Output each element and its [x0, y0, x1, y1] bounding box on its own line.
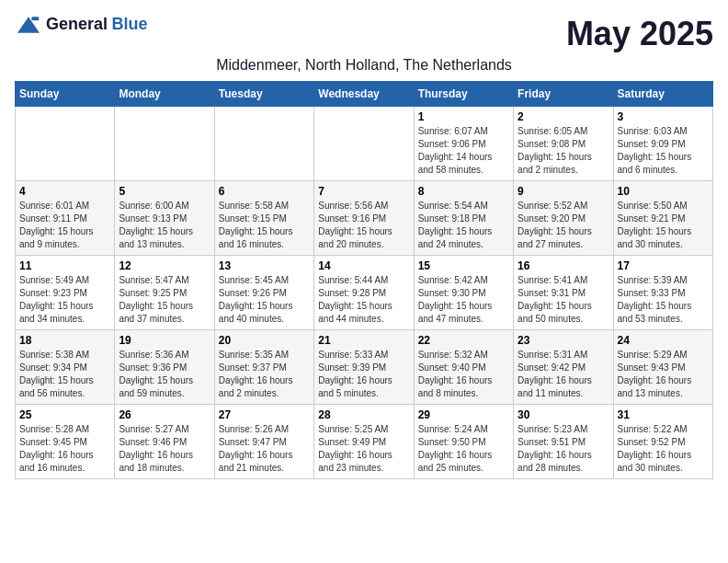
day-number: 29 — [418, 408, 509, 421]
calendar-week-row: 18Sunrise: 5:38 AM Sunset: 9:34 PM Dayli… — [16, 330, 713, 405]
day-detail: Sunrise: 5:38 AM Sunset: 9:34 PM Dayligh… — [19, 349, 110, 400]
calendar-day-cell: 22Sunrise: 5:32 AM Sunset: 9:40 PM Dayli… — [414, 330, 513, 405]
day-detail: Sunrise: 5:41 AM Sunset: 9:31 PM Dayligh… — [518, 274, 609, 326]
day-number: 14 — [318, 259, 409, 272]
day-detail: Sunrise: 5:54 AM Sunset: 9:18 PM Dayligh… — [418, 200, 509, 251]
day-number: 13 — [219, 259, 310, 272]
day-detail: Sunrise: 5:23 AM Sunset: 9:51 PM Dayligh… — [518, 423, 609, 475]
day-detail: Sunrise: 5:35 AM Sunset: 9:37 PM Dayligh… — [219, 349, 310, 400]
calendar-day-header: Monday — [115, 82, 214, 107]
calendar-day-cell: 13Sunrise: 5:45 AM Sunset: 9:26 PM Dayli… — [214, 256, 313, 330]
day-number: 1 — [418, 110, 509, 123]
calendar-day-cell: 21Sunrise: 5:33 AM Sunset: 9:39 PM Dayli… — [314, 330, 414, 405]
calendar-day-cell: 5Sunrise: 6:00 AM Sunset: 9:13 PM Daylig… — [115, 181, 214, 256]
day-detail: Sunrise: 5:39 AM Sunset: 9:33 PM Dayligh… — [618, 274, 709, 326]
day-number: 23 — [518, 334, 609, 347]
day-detail: Sunrise: 5:29 AM Sunset: 9:43 PM Dayligh… — [618, 349, 709, 400]
calendar-day-cell: 31Sunrise: 5:22 AM Sunset: 9:52 PM Dayli… — [613, 405, 712, 479]
day-number: 9 — [518, 185, 609, 198]
calendar-day-cell: 12Sunrise: 5:47 AM Sunset: 9:25 PM Dayli… — [115, 256, 214, 330]
day-number: 28 — [318, 408, 409, 421]
day-detail: Sunrise: 5:27 AM Sunset: 9:46 PM Dayligh… — [119, 423, 210, 475]
day-number: 26 — [119, 408, 210, 421]
day-number: 27 — [219, 408, 310, 421]
day-detail: Sunrise: 6:05 AM Sunset: 9:08 PM Dayligh… — [518, 125, 609, 177]
day-detail: Sunrise: 5:44 AM Sunset: 9:28 PM Dayligh… — [318, 274, 409, 326]
calendar-day-header: Friday — [514, 82, 613, 107]
calendar-day-cell: 28Sunrise: 5:25 AM Sunset: 9:49 PM Dayli… — [314, 405, 414, 479]
calendar-day-cell: 26Sunrise: 5:27 AM Sunset: 9:46 PM Dayli… — [115, 405, 214, 479]
day-detail: Sunrise: 5:47 AM Sunset: 9:25 PM Dayligh… — [119, 274, 210, 326]
calendar-day-cell: 3Sunrise: 6:03 AM Sunset: 9:09 PM Daylig… — [613, 107, 712, 181]
calendar-day-header: Tuesday — [214, 82, 313, 107]
day-number: 24 — [618, 334, 709, 347]
calendar-day-cell: 20Sunrise: 5:35 AM Sunset: 9:37 PM Dayli… — [214, 330, 313, 405]
calendar-day-header: Wednesday — [314, 82, 414, 107]
day-number: 17 — [618, 259, 709, 272]
day-number: 30 — [518, 408, 609, 421]
calendar-week-row: 11Sunrise: 5:49 AM Sunset: 9:23 PM Dayli… — [16, 256, 713, 330]
calendar-day-cell: 1Sunrise: 6:07 AM Sunset: 9:06 PM Daylig… — [414, 107, 513, 181]
logo: General Blue — [15, 15, 148, 34]
calendar-subtitle: Middenmeer, North Holland, The Netherlan… — [15, 57, 713, 74]
calendar-day-cell: 9Sunrise: 5:52 AM Sunset: 9:20 PM Daylig… — [514, 181, 613, 256]
calendar-header-row: SundayMondayTuesdayWednesdayThursdayFrid… — [16, 82, 713, 107]
logo-icon — [15, 16, 42, 34]
day-number: 18 — [19, 334, 110, 347]
calendar-day-cell — [214, 107, 313, 181]
calendar-day-cell: 27Sunrise: 5:26 AM Sunset: 9:47 PM Dayli… — [214, 405, 313, 479]
day-number: 8 — [418, 185, 509, 198]
day-number: 6 — [219, 185, 310, 198]
day-detail: Sunrise: 5:49 AM Sunset: 9:23 PM Dayligh… — [19, 274, 110, 326]
day-detail: Sunrise: 5:58 AM Sunset: 9:15 PM Dayligh… — [219, 200, 310, 251]
day-number: 5 — [119, 185, 210, 198]
calendar-body: 1Sunrise: 6:07 AM Sunset: 9:06 PM Daylig… — [16, 107, 713, 479]
calendar-day-cell: 10Sunrise: 5:50 AM Sunset: 9:21 PM Dayli… — [613, 181, 712, 256]
calendar-day-cell: 6Sunrise: 5:58 AM Sunset: 9:15 PM Daylig… — [214, 181, 313, 256]
calendar-day-cell: 8Sunrise: 5:54 AM Sunset: 9:18 PM Daylig… — [414, 181, 513, 256]
calendar-table: SundayMondayTuesdayWednesdayThursdayFrid… — [15, 81, 713, 479]
logo-blue: Blue — [112, 15, 148, 33]
day-detail: Sunrise: 5:42 AM Sunset: 9:30 PM Dayligh… — [418, 274, 509, 326]
day-number: 2 — [518, 110, 609, 123]
calendar-day-cell: 11Sunrise: 5:49 AM Sunset: 9:23 PM Dayli… — [16, 256, 115, 330]
calendar-day-cell: 25Sunrise: 5:28 AM Sunset: 9:45 PM Dayli… — [16, 405, 115, 479]
day-detail: Sunrise: 5:25 AM Sunset: 9:49 PM Dayligh… — [318, 423, 409, 475]
calendar-day-cell: 24Sunrise: 5:29 AM Sunset: 9:43 PM Dayli… — [613, 330, 712, 405]
day-detail: Sunrise: 5:36 AM Sunset: 9:36 PM Dayligh… — [119, 349, 210, 400]
calendar-day-cell — [16, 107, 115, 181]
day-number: 3 — [618, 110, 709, 123]
day-number: 10 — [618, 185, 709, 198]
day-detail: Sunrise: 5:26 AM Sunset: 9:47 PM Dayligh… — [219, 423, 310, 475]
day-detail: Sunrise: 5:32 AM Sunset: 9:40 PM Dayligh… — [418, 349, 509, 400]
day-detail: Sunrise: 5:52 AM Sunset: 9:20 PM Dayligh… — [518, 200, 609, 251]
calendar-day-cell: 15Sunrise: 5:42 AM Sunset: 9:30 PM Dayli… — [414, 256, 513, 330]
calendar-day-header: Sunday — [16, 82, 115, 107]
day-number: 21 — [318, 334, 409, 347]
day-number: 22 — [418, 334, 509, 347]
calendar-day-cell: 2Sunrise: 6:05 AM Sunset: 9:08 PM Daylig… — [514, 107, 613, 181]
day-number: 7 — [318, 185, 409, 198]
calendar-day-cell: 14Sunrise: 5:44 AM Sunset: 9:28 PM Dayli… — [314, 256, 414, 330]
day-detail: Sunrise: 5:31 AM Sunset: 9:42 PM Dayligh… — [518, 349, 609, 400]
calendar-day-cell: 18Sunrise: 5:38 AM Sunset: 9:34 PM Dayli… — [16, 330, 115, 405]
day-detail: Sunrise: 5:50 AM Sunset: 9:21 PM Dayligh… — [618, 200, 709, 251]
day-detail: Sunrise: 6:07 AM Sunset: 9:06 PM Dayligh… — [418, 125, 509, 177]
day-number: 11 — [19, 259, 110, 272]
day-number: 16 — [518, 259, 609, 272]
calendar-day-cell: 17Sunrise: 5:39 AM Sunset: 9:33 PM Dayli… — [613, 256, 712, 330]
day-number: 4 — [19, 185, 110, 198]
day-detail: Sunrise: 5:24 AM Sunset: 9:50 PM Dayligh… — [418, 423, 509, 475]
calendar-day-cell: 29Sunrise: 5:24 AM Sunset: 9:50 PM Dayli… — [414, 405, 513, 479]
calendar-day-cell: 7Sunrise: 5:56 AM Sunset: 9:16 PM Daylig… — [314, 181, 414, 256]
calendar-day-cell: 4Sunrise: 6:01 AM Sunset: 9:11 PM Daylig… — [16, 181, 115, 256]
day-number: 12 — [119, 259, 210, 272]
day-detail: Sunrise: 5:45 AM Sunset: 9:26 PM Dayligh… — [219, 274, 310, 326]
page-header: General Blue May 2025 — [15, 15, 713, 53]
calendar-week-row: 1Sunrise: 6:07 AM Sunset: 9:06 PM Daylig… — [16, 107, 713, 181]
day-detail: Sunrise: 6:03 AM Sunset: 9:09 PM Dayligh… — [618, 125, 709, 177]
logo-general: General — [46, 15, 108, 33]
calendar-day-cell — [115, 107, 214, 181]
day-number: 19 — [119, 334, 210, 347]
day-detail: Sunrise: 6:00 AM Sunset: 9:13 PM Dayligh… — [119, 200, 210, 251]
